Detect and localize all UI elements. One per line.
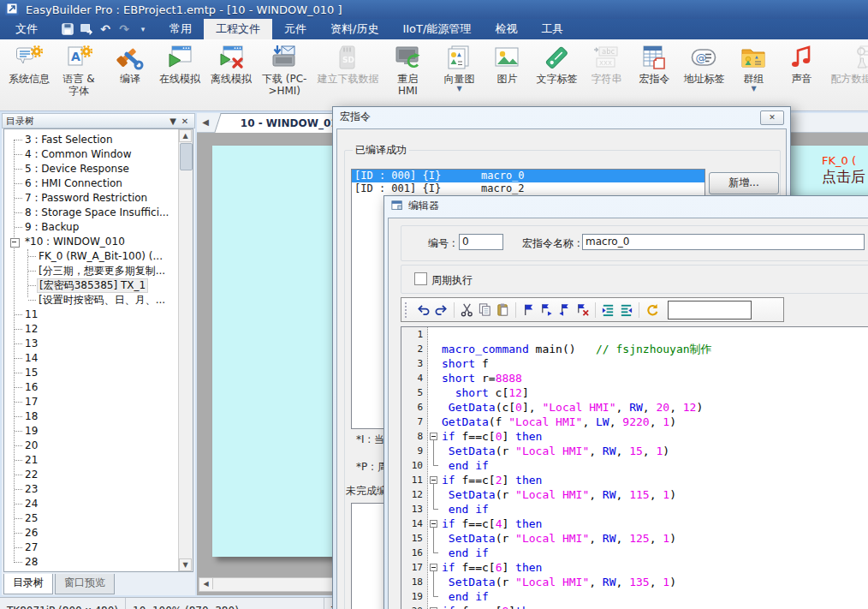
code-line-9[interactable]: 9 SetData(r "Local HMI", RW, 15, 1) [401,444,868,458]
outdent-icon[interactable] [617,302,635,318]
tree-item-10[interactable]: [分三期，想要更多期复制... [4,264,179,278]
code-line-2[interactable]: 2macro_command main() // fsjnzhouyan制作 [401,342,868,356]
ribbon-item-language-font[interactable]: A语言 &字体 [55,39,103,110]
ribbon-item-compile[interactable]: 编译 [106,39,154,110]
tree-item-20[interactable]: 18 [4,409,179,424]
scroll-up-icon[interactable]: ▲ [179,129,192,142]
tree-item-18[interactable]: 16 [4,380,179,395]
macro-id-field[interactable]: 0 [459,234,503,250]
tree-item-28[interactable]: 26 [4,526,179,540]
menu-tab-4[interactable]: 资料/历史 [318,19,390,39]
code-line-3[interactable]: 3short f [401,356,868,371]
copy-icon[interactable] [476,302,494,318]
ribbon-item-group[interactable]: 群组▼ [729,39,777,110]
macro-dialog-title-bar[interactable]: 宏指令 [333,107,790,126]
tree-item-29[interactable]: 27 [4,540,179,555]
code-line-19[interactable]: 19 end if [401,589,868,604]
code-line-5[interactable]: 5 short c[12] [401,385,868,400]
tree-item-22[interactable]: 20 [4,439,179,453]
ribbon-item-sound[interactable]: 声音 [777,39,825,110]
menu-tab-5[interactable]: IIoT/能源管理 [390,19,483,39]
editor-dialog-title-bar[interactable]: 编辑器 [384,196,868,215]
tree-item-6[interactable]: 8 : Storage Space Insuffici... [4,206,179,220]
fold-marker[interactable] [427,429,442,444]
code-line-8[interactable]: 8if f==c[0] then [401,429,868,444]
macro-search-input[interactable] [668,301,752,319]
ribbon-item-reboot-hmi[interactable]: 重启HMI [383,39,431,110]
code-line-1[interactable]: 1 [401,327,868,342]
menu-tab-2[interactable]: 工程文件 [204,19,272,39]
panel-menu-icon[interactable]: ▼ [167,116,179,126]
bookmark-prev-icon[interactable] [556,302,574,318]
macro-name-field[interactable]: macro_0 [582,234,865,250]
tree-item-9[interactable]: FK_0 (RW_A_Bit-100) (... [4,249,179,264]
canvas-object-fk0-text[interactable]: FK_0 ( [822,154,856,167]
more-icon[interactable]: ▾ [135,21,151,37]
ribbon-item-vector[interactable]: 向量图▼ [435,39,483,110]
tree-item-30[interactable]: 28 [4,555,179,570]
tree-item-7[interactable]: 9 : Backup [4,220,179,235]
tree-item-4[interactable]: 6 : HMI Connection [4,176,179,191]
tree-item-25[interactable]: 23 [4,482,179,497]
save-icon[interactable] [60,21,75,37]
tree-item-12[interactable]: [设置时按密码、日、月、... [4,293,179,307]
code-line-10[interactable]: 10 end if [401,458,868,473]
tree-item-16[interactable]: 14 [4,351,179,366]
macro-list-row-1[interactable]: [ID : 000] {I}macro_0 [352,170,705,182]
tree-item-19[interactable]: 17 [4,395,179,409]
tree-item-27[interactable]: 25 [4,511,179,526]
ribbon-item-picture[interactable]: 图片 [483,39,531,110]
tree-item-24[interactable]: 22 [4,468,179,482]
panel-tab-2[interactable]: 窗口预览 [55,574,115,594]
tree-item-17[interactable]: 15 [4,366,179,380]
code-line-18[interactable]: 18 SetData(r "Local HMI", RW, 135, 1) [401,575,868,589]
ribbon-item-download[interactable]: 下载 (PC->HMI) [257,39,312,110]
add-macro-button[interactable]: 新增... [709,172,779,194]
tree-item-14[interactable]: 12 [4,322,179,337]
replace-icon[interactable] [643,302,661,318]
tree-item-3[interactable]: 5 : Device Response [4,162,179,176]
tree-item-15[interactable]: 13 [4,337,179,351]
macro-dialog-close-icon[interactable]: ✕ [760,110,784,125]
tab-scroll-left-icon[interactable]: ◀ [199,116,212,129]
ribbon-item-address-tag[interactable]: @地址标签 [678,39,729,110]
undo-icon[interactable]: ↶ [98,21,113,37]
bookmark-next-icon[interactable] [538,302,556,318]
code-line-11[interactable]: 11if f==c[2] then [401,473,868,487]
menu-tab-7[interactable]: 工具 [529,19,575,39]
tree-item-11[interactable]: [宏密码385385] TX_1 [4,278,179,293]
ribbon-item-offline-sim[interactable]: 离线模拟 [205,39,257,110]
redo-icon[interactable] [432,302,450,318]
ribbon-item-text-label[interactable]: 文字标签 [531,39,582,110]
code-line-16[interactable]: 16 end if [401,546,868,560]
ribbon-item-system-info[interactable]: 系统信息 [3,39,55,110]
chevron-down-icon[interactable]: ▼ [751,86,756,93]
scroll-down-icon[interactable]: ▼ [179,558,192,571]
undo-icon[interactable] [414,302,432,318]
toolbar-grip[interactable] [405,302,410,318]
panel-close-icon[interactable]: ✕ [179,116,191,126]
bookmark-clear-icon[interactable] [574,302,592,318]
canvas-object-click-text[interactable]: 点击后 [822,167,865,187]
panel-tab-1[interactable]: 目录树 [3,574,53,594]
code-line-7[interactable]: 7GetData(f "Local HMI", LW, 9220, 1) [401,415,868,429]
chevron-down-icon[interactable]: ▼ [456,86,461,93]
fold-marker[interactable] [427,604,442,609]
code-line-4[interactable]: 4short r=8888 [401,371,868,385]
periodic-checkbox[interactable] [414,272,427,285]
tree-item-26[interactable]: 24 [4,497,179,511]
scrollbar-thumb[interactable] [180,143,193,170]
code-line-13[interactable]: 13 end if [401,502,868,516]
tree-item-21[interactable]: 19 [4,424,179,439]
code-line-15[interactable]: 15 SetData(r "Local HMI", RW, 125, 1) [401,531,868,546]
menu-tab-3[interactable]: 元件 [272,19,318,39]
code-line-6[interactable]: 6 GetData(c[0], "Local HMI", RW, 20, 12) [401,400,868,415]
macro-list-row-2[interactable]: [ID : 001] {I}macro_2 [352,182,705,195]
tree-item-1[interactable]: 3 : Fast Selection [4,133,179,147]
tree-item-5[interactable]: 7 : Password Restriction [4,191,179,206]
tree-item-23[interactable]: 21 [4,453,179,468]
code-line-20[interactable]: 20if f== c[8]then [401,604,868,609]
tree-scrollbar[interactable]: ▲ ▼ [178,129,193,571]
tree-collapse-icon[interactable] [10,238,20,248]
code-editor[interactable]: 12macro_command main() // fsjnzhouyan制作3… [401,326,868,609]
